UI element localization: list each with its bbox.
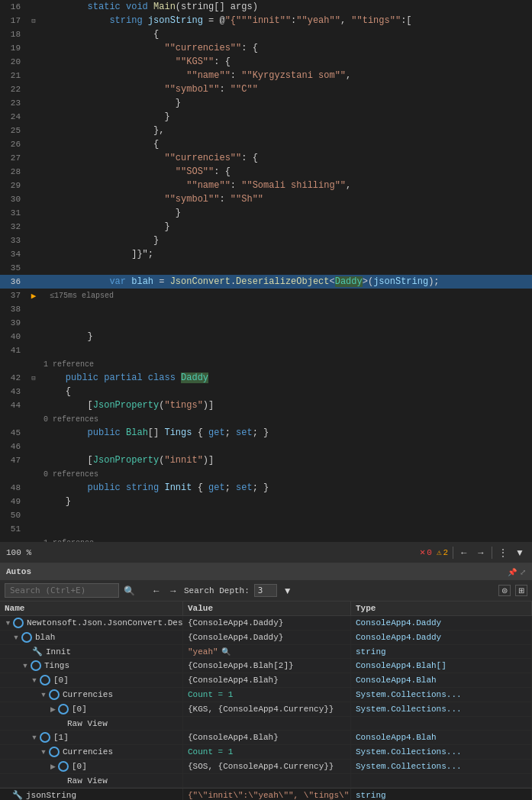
code-line-32: 32 }: [0, 220, 532, 234]
code-line-25: 25 },: [0, 124, 532, 137]
nav-settings-button[interactable]: ▼: [514, 547, 526, 558]
code-line-27: 27 ""currencies"": {: [0, 151, 532, 165]
autos-title: Autos: [6, 567, 31, 576]
row-type: string: [351, 789, 532, 800]
autos-header: Autos 📌 ⤢: [0, 563, 532, 580]
nav-dropdown-button[interactable]: ⋮: [497, 547, 509, 558]
row-type: System.Collections...: [351, 688, 532, 702]
table-row[interactable]: Raw View: [0, 717, 532, 731]
table-row[interactable]: ▼ [0] {ConsoleApp4.Blah} ConsoleApp4.Bla…: [0, 673, 532, 688]
table-row[interactable]: ▼ Tings {ConsoleApp4.Blah[2]} ConsoleApp…: [0, 659, 532, 673]
search-input[interactable]: [5, 583, 119, 598]
code-line-43: 43 {: [0, 385, 532, 398]
search-depth-label: Search Depth:: [184, 586, 250, 595]
search-submit-button[interactable]: 🔍: [124, 585, 135, 596]
row-value: {ConsoleApp4.Blah}: [183, 731, 351, 744]
code-line-16: 16 static void Main(string[] args): [0, 0, 532, 14]
expand-button[interactable]: ▼: [5, 619, 11, 627]
row-type: ConsoleApp4.Blah: [351, 673, 532, 687]
code-editor: 16 static void Main(string[] args) 17 ⊟ …: [0, 0, 532, 542]
expand-button[interactable]: ▶: [49, 763, 56, 770]
search-filter-button[interactable]: ⊜: [498, 585, 511, 596]
code-line-38: 38: [0, 302, 532, 316]
search-grid-button[interactable]: ⊞: [515, 585, 527, 596]
row-name: ▼ Currencies: [0, 688, 183, 702]
nav-back-button[interactable]: ←: [458, 547, 470, 558]
table-row[interactable]: 🔧 Innit "yeah" 🔍 string: [0, 645, 532, 659]
row-type: System.Collections...: [351, 745, 532, 759]
code-line-31: 31 }: [0, 206, 532, 220]
expand-button[interactable]: ▼: [40, 748, 47, 756]
expand-button[interactable]: ▼: [21, 662, 29, 669]
expand-button[interactable]: ▼: [40, 691, 47, 698]
code-line-46: 46: [0, 440, 532, 453]
search-depth-input[interactable]: [254, 584, 277, 597]
code-line-26: 26 {: [0, 137, 532, 151]
table-row[interactable]: ▼ Newtonsoft.Json.JsonConvert.Des... {Co…: [0, 616, 532, 631]
code-line-22: 22 ""symbol"": ""C"": [0, 82, 532, 96]
row-value: {ConsoleApp4.Blah[2]}: [183, 659, 351, 673]
row-name: ▼ blah: [0, 631, 183, 644]
code-line-42: 42 ⊟ public partial class Daddy: [0, 371, 532, 385]
row-value: Count = 1: [183, 688, 351, 702]
code-line-45: 45 public Blah[] Tings { get; set; }: [0, 426, 532, 440]
row-name: ▼ Newtonsoft.Json.JsonConvert.Des...: [0, 616, 183, 630]
tree-icon: [13, 618, 24, 628]
code-line-29: 29 ""name"": ""Somali shilling"",: [0, 179, 532, 192]
code-ref-daddy: 1 reference: [0, 357, 532, 371]
code-ref-tings: 0 references: [0, 412, 532, 426]
search-bar: 🔍 ← → Search Depth: ▼ ⊜ ⊞: [0, 580, 532, 602]
code-line-21: 21 ""name"": ""Kyrgyzstani som"",: [0, 69, 532, 82]
search-back-button[interactable]: ←: [150, 585, 163, 596]
row-type: string: [351, 645, 532, 658]
row-name: Raw View: [0, 717, 183, 730]
row-value: {ConsoleApp4.Daddy}: [183, 616, 351, 630]
code-line-33: 33 }: [0, 234, 532, 247]
autos-panel: Autos 📌 ⤢ 🔍 ← → Search Depth: ▼ ⊜ ⊞ Name…: [0, 563, 532, 800]
table-row[interactable]: ▶ [0] {KGS, {ConsoleApp4.Currency}} Syst…: [0, 702, 532, 717]
row-type: ConsoleApp4.Blah: [351, 731, 532, 744]
row-type: [351, 717, 532, 730]
table-row[interactable]: 🔧 jsonString {"\"innit\":\"yeah\"", \"ti…: [0, 788, 532, 800]
code-line-28: 28 ""SOS"": {: [0, 165, 532, 179]
tree-icon: [49, 747, 60, 757]
search-forward-button[interactable]: →: [167, 585, 179, 596]
table-row[interactable]: ▼ blah {ConsoleApp4.Daddy} ConsoleApp4.D…: [0, 631, 532, 645]
nav-forward-button[interactable]: →: [475, 547, 487, 558]
table-header: Name Value Type: [0, 602, 532, 616]
expand-button[interactable]: ▶: [49, 705, 56, 713]
magnify-icon[interactable]: 🔍: [221, 647, 231, 656]
code-line-49: 49 }: [0, 495, 532, 508]
expand-button[interactable]: ▼: [31, 676, 38, 684]
error-badge: ✕ 0: [420, 547, 432, 558]
variables-table: Name Value Type ▼ Newtonsoft.Json.JsonCo…: [0, 602, 532, 800]
tree-icon: [31, 660, 41, 671]
row-type: System.Collections...: [351, 760, 532, 773]
search-depth-dropdown[interactable]: ▼: [282, 585, 294, 596]
row-name: ▼ Tings: [0, 659, 183, 673]
expand-button[interactable]: ▼: [31, 734, 38, 741]
code-ref-innit: 0 references: [0, 467, 532, 481]
table-row[interactable]: ▼ Currencies Count = 1 System.Collection…: [0, 688, 532, 702]
table-row[interactable]: Raw View: [0, 774, 532, 788]
table-row[interactable]: ▼ [1] {ConsoleApp4.Blah} ConsoleApp4.Bla…: [0, 731, 532, 745]
table-row[interactable]: ▼ Currencies Count = 1 System.Collection…: [0, 745, 532, 760]
row-name: ▶ [0]: [0, 760, 183, 773]
table-row[interactable]: ▶ [0] {SOS, {ConsoleApp4.Currency}} Syst…: [0, 760, 532, 774]
tree-icon: [58, 761, 69, 772]
expand-button[interactable]: ▼: [12, 634, 20, 641]
row-name: Raw View: [0, 774, 183, 787]
code-line-17: 17 ⊟ string jsonString = @"{"""innit"":"…: [0, 14, 532, 27]
code-line-37: 37 ▶ ≤175ms elapsed: [0, 289, 532, 302]
tree-icon: [40, 675, 50, 685]
col-name-header: Name: [0, 602, 183, 615]
autos-expand-button[interactable]: ⤢: [520, 568, 526, 576]
autos-pin-button[interactable]: 📌: [508, 568, 517, 576]
code-line-47a: 47 [JsonProperty("innit")]: [0, 453, 532, 467]
row-name: ▼ [0]: [0, 673, 183, 687]
row-value: "yeah" 🔍: [183, 645, 351, 658]
code-line-23: 23 }: [0, 96, 532, 110]
row-value: {KGS, {ConsoleApp4.Currency}}: [183, 702, 351, 716]
row-value: {"\"innit\":\"yeah\"", \"tings\":[{\r\n …: [183, 789, 351, 800]
row-name: ▼ [1]: [0, 731, 183, 744]
